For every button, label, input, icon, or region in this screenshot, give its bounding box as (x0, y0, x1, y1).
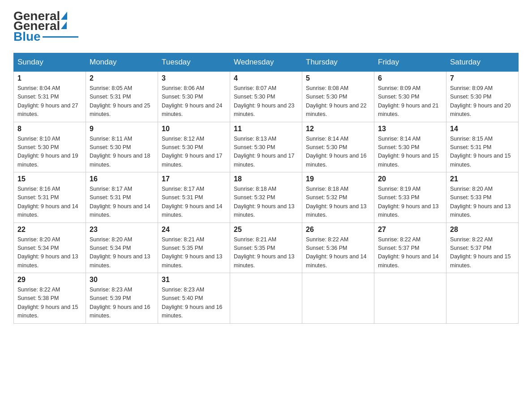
day-info: Sunrise: 8:06 AMSunset: 5:30 PMDaylight:… (162, 84, 226, 119)
day-info: Sunrise: 8:20 AMSunset: 5:34 PMDaylight:… (17, 235, 82, 270)
weekday-header-tuesday: Tuesday (158, 53, 230, 72)
calendar-cell: 4 Sunrise: 8:07 AMSunset: 5:30 PMDayligh… (230, 72, 302, 122)
calendar-cell: 30 Sunrise: 8:23 AMSunset: 5:39 PMDaylig… (86, 273, 158, 324)
calendar-cell: 26 Sunrise: 8:22 AMSunset: 5:36 PMDaylig… (302, 223, 374, 273)
logo-blue-label: Blue (13, 30, 41, 44)
day-info: Sunrise: 8:09 AMSunset: 5:30 PMDaylight:… (378, 84, 442, 119)
week-row-5: 29 Sunrise: 8:22 AMSunset: 5:38 PMDaylig… (14, 273, 519, 324)
day-info: Sunrise: 8:20 AMSunset: 5:33 PMDaylight:… (450, 185, 515, 220)
weekday-header-wednesday: Wednesday (230, 53, 302, 72)
week-row-3: 15 Sunrise: 8:16 AMSunset: 5:31 PMDaylig… (14, 172, 519, 223)
day-number: 17 (162, 175, 226, 183)
logo-chevron-icon (61, 21, 67, 29)
day-info: Sunrise: 8:18 AMSunset: 5:32 PMDaylight:… (234, 185, 298, 220)
weekday-header-saturday: Saturday (446, 53, 519, 72)
calendar-cell: 19 Sunrise: 8:18 AMSunset: 5:32 PMDaylig… (302, 172, 374, 223)
day-info: Sunrise: 8:15 AMSunset: 5:31 PMDaylight:… (450, 135, 515, 170)
week-row-1: 1 Sunrise: 8:04 AMSunset: 5:31 PMDayligh… (14, 72, 519, 122)
calendar-cell: 21 Sunrise: 8:20 AMSunset: 5:33 PMDaylig… (446, 172, 519, 223)
day-number: 30 (90, 276, 154, 284)
calendar-cell: 14 Sunrise: 8:15 AMSunset: 5:31 PMDaylig… (446, 122, 519, 172)
day-number: 26 (306, 226, 370, 234)
week-row-4: 22 Sunrise: 8:20 AMSunset: 5:34 PMDaylig… (14, 223, 519, 273)
weekday-header-sunday: Sunday (14, 53, 86, 72)
day-info: Sunrise: 8:23 AMSunset: 5:40 PMDaylight:… (162, 286, 226, 321)
day-info: Sunrise: 8:13 AMSunset: 5:30 PMDaylight:… (234, 135, 298, 170)
calendar-cell: 27 Sunrise: 8:22 AMSunset: 5:37 PMDaylig… (374, 223, 446, 273)
day-number: 19 (306, 175, 370, 183)
calendar-cell: 8 Sunrise: 8:10 AMSunset: 5:30 PMDayligh… (14, 122, 86, 172)
weekday-header-monday: Monday (86, 53, 158, 72)
day-number: 7 (450, 74, 515, 82)
logo-area: General General Blue (13, 9, 78, 44)
day-number: 16 (90, 175, 154, 183)
day-number: 11 (234, 125, 298, 133)
calendar-cell: 31 Sunrise: 8:23 AMSunset: 5:40 PMDaylig… (158, 273, 230, 324)
day-info: Sunrise: 8:12 AMSunset: 5:30 PMDaylight:… (162, 135, 226, 170)
calendar-cell: 12 Sunrise: 8:14 AMSunset: 5:30 PMDaylig… (302, 122, 374, 172)
calendar-cell: 3 Sunrise: 8:06 AMSunset: 5:30 PMDayligh… (158, 72, 230, 122)
day-number: 18 (234, 175, 298, 183)
day-number: 27 (378, 226, 442, 234)
day-number: 12 (306, 125, 370, 133)
calendar-cell (302, 273, 374, 324)
calendar-cell: 1 Sunrise: 8:04 AMSunset: 5:31 PMDayligh… (14, 72, 86, 122)
day-number: 6 (378, 74, 442, 82)
calendar-cell: 6 Sunrise: 8:09 AMSunset: 5:30 PMDayligh… (374, 72, 446, 122)
day-info: Sunrise: 8:05 AMSunset: 5:31 PMDaylight:… (90, 84, 154, 119)
logo-underline (43, 36, 78, 38)
day-number: 15 (17, 175, 82, 183)
day-info: Sunrise: 8:14 AMSunset: 5:30 PMDaylight:… (378, 135, 442, 170)
calendar-cell: 29 Sunrise: 8:22 AMSunset: 5:38 PMDaylig… (14, 273, 86, 324)
day-number: 9 (90, 125, 154, 133)
day-number: 4 (234, 74, 298, 82)
calendar-cell: 22 Sunrise: 8:20 AMSunset: 5:34 PMDaylig… (14, 223, 86, 273)
day-info: Sunrise: 8:04 AMSunset: 5:31 PMDaylight:… (17, 84, 82, 119)
calendar-cell: 24 Sunrise: 8:21 AMSunset: 5:35 PMDaylig… (158, 223, 230, 273)
day-number: 10 (162, 125, 226, 133)
day-number: 25 (234, 226, 298, 234)
calendar-cell: 25 Sunrise: 8:21 AMSunset: 5:35 PMDaylig… (230, 223, 302, 273)
calendar-cell: 15 Sunrise: 8:16 AMSunset: 5:31 PMDaylig… (14, 172, 86, 223)
calendar-cell: 7 Sunrise: 8:09 AMSunset: 5:30 PMDayligh… (446, 72, 519, 122)
day-info: Sunrise: 8:08 AMSunset: 5:30 PMDaylight:… (306, 84, 370, 119)
calendar-cell (374, 273, 446, 324)
day-number: 23 (90, 226, 154, 234)
day-info: Sunrise: 8:22 AMSunset: 5:37 PMDaylight:… (450, 235, 515, 270)
calendar-cell (230, 273, 302, 324)
calendar-cell: 17 Sunrise: 8:17 AMSunset: 5:31 PMDaylig… (158, 172, 230, 223)
day-info: Sunrise: 8:17 AMSunset: 5:31 PMDaylight:… (162, 185, 226, 220)
day-info: Sunrise: 8:19 AMSunset: 5:33 PMDaylight:… (378, 185, 442, 220)
weekday-header-thursday: Thursday (302, 53, 374, 72)
day-info: Sunrise: 8:09 AMSunset: 5:30 PMDaylight:… (450, 84, 515, 119)
day-info: Sunrise: 8:22 AMSunset: 5:37 PMDaylight:… (378, 235, 442, 270)
week-row-2: 8 Sunrise: 8:10 AMSunset: 5:30 PMDayligh… (14, 122, 519, 172)
day-number: 3 (162, 74, 226, 82)
day-number: 1 (17, 74, 82, 82)
calendar-cell (446, 273, 519, 324)
day-number: 28 (450, 226, 515, 234)
day-number: 13 (378, 125, 442, 133)
day-info: Sunrise: 8:11 AMSunset: 5:30 PMDaylight:… (90, 135, 154, 170)
day-info: Sunrise: 8:16 AMSunset: 5:31 PMDaylight:… (17, 185, 82, 220)
day-number: 29 (17, 276, 82, 284)
day-info: Sunrise: 8:20 AMSunset: 5:34 PMDaylight:… (90, 235, 154, 270)
day-info: Sunrise: 8:22 AMSunset: 5:36 PMDaylight:… (306, 235, 370, 270)
day-info: Sunrise: 8:18 AMSunset: 5:32 PMDaylight:… (306, 185, 370, 220)
day-info: Sunrise: 8:17 AMSunset: 5:31 PMDaylight:… (90, 185, 154, 220)
day-number: 20 (378, 175, 442, 183)
day-info: Sunrise: 8:21 AMSunset: 5:35 PMDaylight:… (162, 235, 226, 270)
day-info: Sunrise: 8:14 AMSunset: 5:30 PMDaylight:… (306, 135, 370, 170)
day-number: 2 (90, 74, 154, 82)
calendar-cell: 16 Sunrise: 8:17 AMSunset: 5:31 PMDaylig… (86, 172, 158, 223)
weekday-header-friday: Friday (374, 53, 446, 72)
page-header: General General Blue (13, 9, 519, 44)
calendar-cell: 13 Sunrise: 8:14 AMSunset: 5:30 PMDaylig… (374, 122, 446, 172)
calendar-cell: 28 Sunrise: 8:22 AMSunset: 5:37 PMDaylig… (446, 223, 519, 273)
day-number: 21 (450, 175, 515, 183)
calendar-cell: 23 Sunrise: 8:20 AMSunset: 5:34 PMDaylig… (86, 223, 158, 273)
day-info: Sunrise: 8:23 AMSunset: 5:39 PMDaylight:… (90, 286, 154, 321)
calendar-cell: 5 Sunrise: 8:08 AMSunset: 5:30 PMDayligh… (302, 72, 374, 122)
calendar-cell: 10 Sunrise: 8:12 AMSunset: 5:30 PMDaylig… (158, 122, 230, 172)
day-number: 5 (306, 74, 370, 82)
